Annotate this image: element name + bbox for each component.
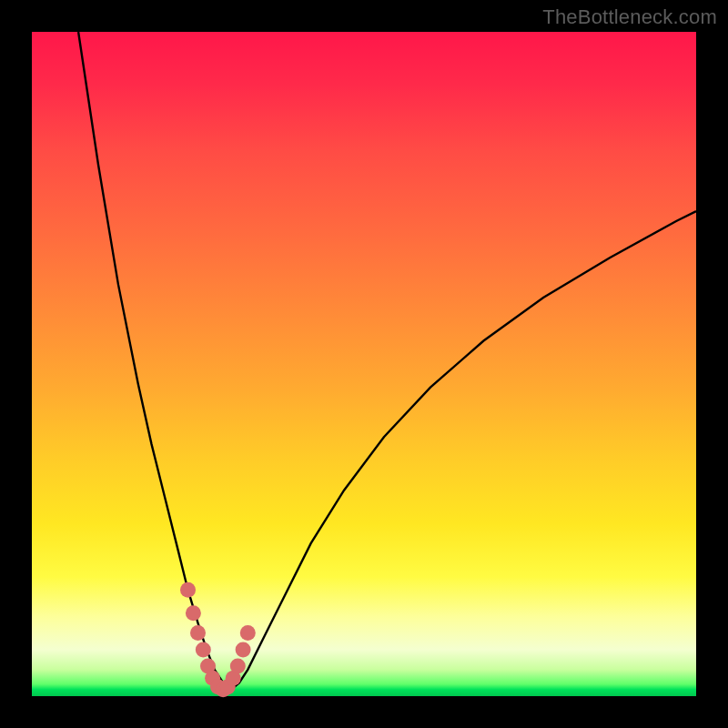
valley-marker xyxy=(180,582,196,598)
valley-marker xyxy=(186,605,201,621)
curve-layer xyxy=(32,32,696,696)
watermark-text: TheBottleneck.com xyxy=(542,5,717,29)
bottleneck-curve xyxy=(78,32,696,690)
valley-marker xyxy=(240,625,256,641)
valley-marker xyxy=(230,659,246,674)
valley-marker xyxy=(236,642,251,657)
chart-frame: TheBottleneck.com xyxy=(0,0,728,728)
valley-marker xyxy=(190,625,206,641)
valley-marker xyxy=(196,642,211,657)
plot-area xyxy=(32,32,696,696)
